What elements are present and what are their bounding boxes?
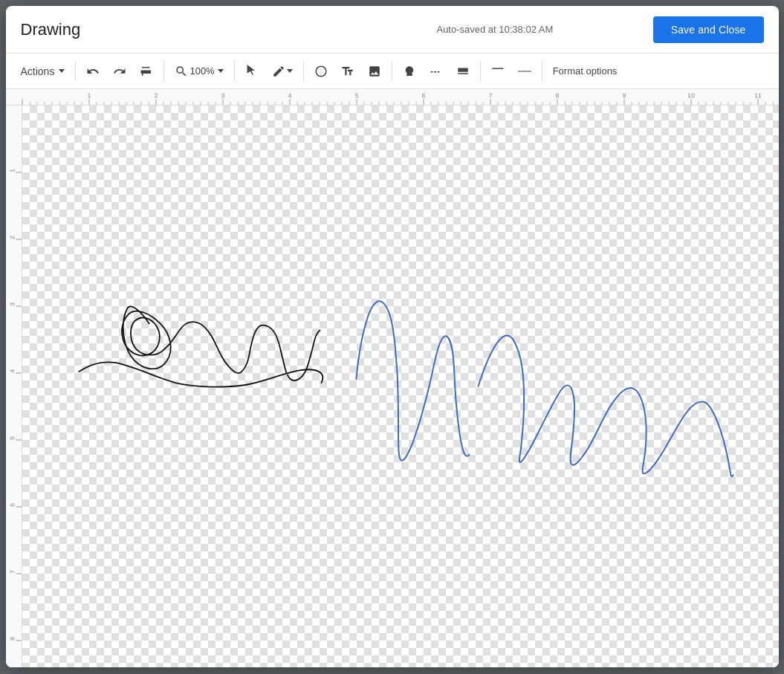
- image-icon: [368, 65, 381, 78]
- line-end-icon: [518, 65, 531, 78]
- zoom-icon: [175, 65, 188, 78]
- toolbar-divider-4: [303, 61, 304, 82]
- line-color-button[interactable]: [397, 58, 422, 85]
- textbox-tool-button[interactable]: [335, 58, 360, 85]
- line-end-button[interactable]: [512, 58, 537, 85]
- zoom-level: 100%: [189, 65, 214, 77]
- line-weight-icon: [456, 65, 470, 78]
- vertical-ruler: [6, 106, 22, 667]
- toolbar-divider-2: [163, 61, 164, 82]
- drawing-toolbar: Actions 100%: [6, 54, 779, 89]
- toolbar-divider-7: [542, 61, 542, 82]
- ruler-canvas: [6, 89, 779, 105]
- autosave-status: Auto-saved at 10:38:02 AM: [337, 24, 653, 35]
- select-arrow-icon: [245, 65, 259, 78]
- paint-format-icon: [140, 65, 153, 78]
- line-color-icon: [403, 65, 416, 78]
- scribble-tool-button[interactable]: [266, 58, 299, 85]
- paint-format-button[interactable]: [134, 58, 159, 85]
- shape-tool-button[interactable]: [308, 58, 334, 85]
- canvas-area: [6, 106, 779, 667]
- redo-button[interactable]: [107, 58, 132, 85]
- image-tool-button[interactable]: [362, 58, 387, 85]
- line-dash-icon: [430, 65, 443, 78]
- scribble-icon: [272, 65, 285, 78]
- textbox-icon: [341, 65, 354, 78]
- horizontal-ruler: [6, 89, 779, 106]
- vertical-ruler-canvas: [6, 106, 22, 667]
- line-start-icon: [491, 65, 505, 78]
- scribble-chevron-icon: [287, 69, 293, 73]
- toolbar-divider-6: [480, 61, 481, 82]
- undo-icon: [86, 65, 100, 78]
- line-weight-button[interactable]: [450, 58, 476, 85]
- zoom-chevron-icon: [218, 69, 224, 73]
- drawing-dialog: Drawing Auto-saved at 10:38:02 AM Save a…: [6, 6, 779, 667]
- chevron-down-icon: [59, 69, 65, 73]
- line-dash-button[interactable]: [424, 58, 449, 85]
- save-close-button[interactable]: Save and Close: [653, 16, 764, 43]
- drawing-svg: [22, 106, 779, 667]
- redo-icon: [113, 65, 126, 78]
- actions-label: Actions: [21, 65, 55, 77]
- actions-menu-button[interactable]: Actions: [15, 58, 71, 85]
- toolbar-divider-3: [234, 61, 235, 82]
- drawing-surface[interactable]: [22, 106, 779, 667]
- undo-button[interactable]: [80, 58, 106, 85]
- dialog-title: Drawing: [21, 20, 337, 39]
- line-start-button[interactable]: [485, 58, 511, 85]
- format-options-button[interactable]: Format options: [547, 58, 623, 85]
- zoom-button[interactable]: 100%: [169, 58, 229, 85]
- toolbar-divider-1: [75, 61, 76, 82]
- select-tool-button[interactable]: [239, 58, 265, 85]
- toolbar-divider-5: [392, 61, 392, 82]
- shape-icon: [314, 65, 328, 78]
- dialog-header: Drawing Auto-saved at 10:38:02 AM Save a…: [6, 6, 779, 54]
